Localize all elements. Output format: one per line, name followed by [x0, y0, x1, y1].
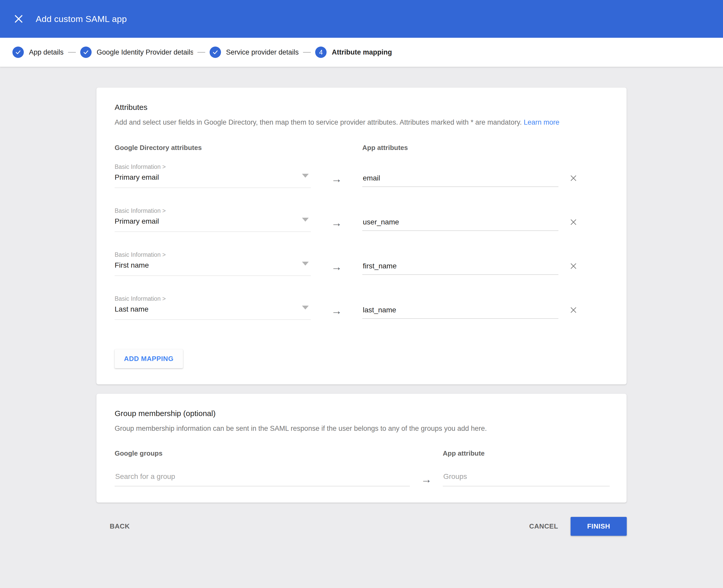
close-icon	[14, 14, 23, 24]
mapping-rows: Basic Information > Primary email →	[115, 163, 608, 320]
step-complete-circle	[13, 46, 24, 58]
step-connector	[68, 52, 76, 53]
wizard-footer: BACK CANCEL FINISH	[96, 517, 627, 536]
remove-mapping-cell	[568, 163, 608, 183]
directory-attribute-select[interactable]: Basic Information > Last name	[115, 295, 311, 320]
step-app-details[interactable]: App details	[13, 46, 64, 58]
app-attribute-input[interactable]	[362, 262, 558, 275]
app-attributes-column-header: App attributes	[362, 144, 558, 152]
page-content: Attributes Add and select user fields in…	[0, 67, 723, 536]
remove-mapping-button[interactable]	[568, 305, 579, 315]
remove-mapping-cell	[568, 207, 608, 227]
group-column-headers: Google groups App attribute	[115, 449, 608, 457]
app-attribute-field	[362, 207, 558, 231]
learn-more-link[interactable]: Learn more	[524, 119, 560, 126]
step-label: App details	[29, 48, 64, 56]
check-icon	[212, 49, 219, 56]
directory-attributes-column-header: Google Directory attributes	[115, 144, 311, 152]
groups-attribute-field	[443, 465, 610, 486]
app-attribute-column-header: App attribute	[443, 449, 610, 457]
step-service-provider-details[interactable]: Service provider details	[209, 46, 299, 58]
check-icon	[83, 49, 89, 56]
group-membership-description: Group membership information can be sent…	[115, 424, 608, 433]
group-search-input[interactable]	[115, 472, 410, 486]
directory-attribute-value-row: First name	[115, 258, 311, 276]
directory-attribute-select[interactable]: Basic Information > Primary email	[115, 207, 311, 232]
remove-icon	[569, 262, 578, 270]
group-membership-title: Group membership (optional)	[115, 409, 608, 418]
directory-attribute-category: Basic Information >	[115, 163, 311, 170]
directory-attribute-value: Last name	[115, 305, 148, 314]
step-label: Attribute mapping	[332, 48, 392, 56]
mapping-row: Basic Information > Primary email →	[115, 163, 608, 188]
directory-attribute-select[interactable]: Basic Information > First name	[115, 251, 311, 276]
directory-attribute-category: Basic Information >	[115, 207, 311, 214]
finish-button[interactable]: FINISH	[570, 517, 627, 536]
remove-mapping-button[interactable]	[568, 173, 579, 183]
check-icon	[15, 49, 21, 56]
attributes-description-text: Add and select user fields in Google Dir…	[115, 119, 522, 126]
cancel-button[interactable]: CANCEL	[529, 522, 558, 530]
attributes-card-description: Add and select user fields in Google Dir…	[115, 118, 608, 126]
app-attribute-field	[362, 295, 558, 319]
group-arrow-cell: →	[410, 465, 443, 485]
step-complete-circle	[209, 46, 221, 58]
group-mapping-row: →	[115, 465, 608, 486]
directory-attribute-value-row: Last name	[115, 302, 311, 320]
directory-attribute-select[interactable]: Basic Information > Primary email	[115, 163, 311, 188]
attributes-card-title: Attributes	[115, 103, 608, 112]
directory-attribute-value-row: Primary email	[115, 214, 311, 232]
mapping-row: Basic Information > Primary email →	[115, 207, 608, 232]
arrow-right-icon: →	[331, 304, 342, 317]
back-button[interactable]: BACK	[110, 522, 130, 530]
arrow-right-icon: →	[331, 261, 342, 273]
mapping-arrow-cell: →	[311, 207, 362, 228]
step-number: 4	[319, 49, 323, 56]
step-label: Google Identity Provider details	[97, 48, 193, 56]
dialog-header: Add custom SAML app	[0, 0, 723, 38]
app-attribute-input[interactable]	[362, 218, 558, 231]
remove-mapping-button[interactable]	[568, 261, 579, 271]
step-number-circle: 4	[315, 46, 326, 58]
remove-icon	[569, 174, 578, 182]
google-groups-column-header: Google groups	[115, 449, 410, 457]
dialog-title: Add custom SAML app	[36, 14, 127, 24]
directory-attribute-value-row: Primary email	[115, 170, 311, 188]
directory-attribute-value: First name	[115, 261, 149, 270]
mapping-column-headers: Google Directory attributes App attribut…	[115, 144, 608, 152]
add-mapping-button[interactable]: ADD MAPPING	[115, 349, 183, 368]
remove-mapping-button[interactable]	[568, 217, 579, 227]
dropdown-arrow-icon	[302, 262, 309, 266]
arrow-right-icon: →	[331, 173, 342, 185]
remove-mapping-cell	[568, 295, 608, 315]
directory-attribute-value: Primary email	[115, 217, 159, 226]
step-complete-circle	[80, 46, 92, 58]
dropdown-arrow-icon	[302, 174, 309, 177]
step-attribute-mapping[interactable]: 4 Attribute mapping	[315, 46, 392, 58]
group-search-field	[115, 465, 410, 486]
arrow-right-icon: →	[421, 473, 432, 485]
remove-icon	[569, 306, 578, 314]
directory-attribute-category: Basic Information >	[115, 295, 311, 302]
remove-mapping-cell	[568, 251, 608, 271]
attributes-card: Attributes Add and select user fields in…	[96, 87, 627, 384]
arrow-right-icon: →	[331, 217, 342, 229]
app-attribute-input[interactable]	[362, 174, 558, 187]
step-connector	[303, 52, 311, 53]
dropdown-arrow-icon	[302, 218, 309, 222]
step-google-idp-details[interactable]: Google Identity Provider details	[80, 46, 193, 58]
close-button[interactable]	[13, 13, 25, 25]
app-attribute-input[interactable]	[362, 306, 558, 319]
mapping-row: Basic Information > First name →	[115, 251, 608, 276]
mapping-row: Basic Information > Last name →	[115, 295, 608, 320]
remove-icon	[569, 218, 578, 226]
step-label: Service provider details	[226, 48, 299, 56]
step-connector	[197, 52, 205, 53]
mapping-arrow-cell: →	[311, 295, 362, 316]
group-membership-card: Group membership (optional) Group member…	[96, 394, 627, 503]
dropdown-arrow-icon	[302, 306, 309, 310]
wizard-stepper: App details Google Identity Provider det…	[0, 38, 723, 67]
mapping-arrow-cell: →	[311, 251, 362, 272]
groups-attribute-input[interactable]	[443, 472, 610, 486]
directory-attribute-value: Primary email	[115, 173, 159, 182]
